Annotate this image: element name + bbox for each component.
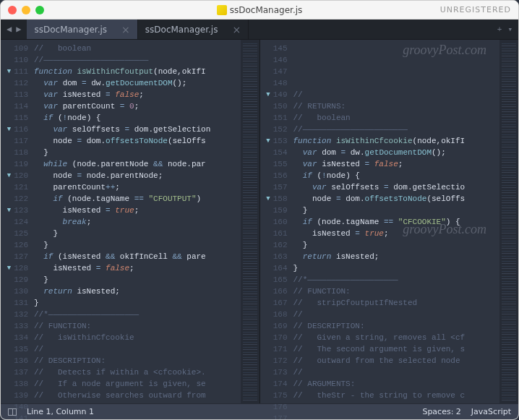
minimap-right[interactable] — [499, 40, 518, 403]
gutter-left[interactable]: 109110▼111112113114115▼116117118119▼1201… — [1, 40, 31, 403]
watermark: groovyPost.com — [403, 44, 486, 56]
tab-label: ssDocManager.js — [145, 25, 218, 35]
new-tab-icon[interactable]: + — [497, 25, 502, 34]
window-controls — [8, 6, 44, 14]
nav-back-icon[interactable]: ◀ — [5, 24, 13, 35]
tab-actions: + ▾ — [492, 20, 518, 39]
nav-forward-icon[interactable]: ▶ — [14, 24, 22, 35]
tabbar: ◀ ▶ ssDocManager.js × ssDocManager.js × … — [1, 20, 518, 40]
tab-close-icon[interactable]: × — [232, 24, 241, 35]
editor-split: 109110▼111112113114115▼116117118119▼1201… — [1, 40, 518, 403]
titlebar: ssDocManager.js UNREGISTERED — [1, 1, 518, 20]
language-mode[interactable]: JavaScript — [471, 407, 511, 416]
panel-layout-icon[interactable] — [8, 408, 17, 416]
tab-2[interactable]: ssDocManager.js × — [138, 20, 249, 39]
cursor-position[interactable]: Line 1, Column 1 — [27, 407, 94, 416]
minimize-icon[interactable] — [22, 6, 30, 14]
minimap-left[interactable] — [241, 40, 260, 403]
tab-1[interactable]: ssDocManager.js × — [27, 20, 137, 39]
code-right[interactable]: groovyPost.com groovyPost.com //// RETUR… — [291, 40, 500, 403]
file-type-icon — [217, 5, 227, 15]
code-left[interactable]: // boolean//——————————————————————functi… — [31, 40, 241, 403]
window-title: ssDocManager.js — [230, 5, 303, 15]
maximize-icon[interactable] — [35, 6, 44, 14]
tab-menu-icon[interactable]: ▾ — [507, 25, 512, 34]
editor-pane-left: 109110▼111112113114115▼116117118119▼1201… — [1, 40, 260, 403]
close-icon[interactable] — [8, 6, 17, 14]
tab-close-icon[interactable]: × — [121, 24, 130, 35]
editor-pane-right: 145146147148▼149150151152▼15315415515615… — [260, 40, 519, 403]
registration-status: UNREGISTERED — [440, 5, 511, 14]
nav-arrows: ◀ ▶ — [1, 20, 27, 39]
tab-label: ssDocManager.js — [34, 25, 107, 35]
indent-setting[interactable]: Spaces: 2 — [422, 407, 460, 416]
gutter-right[interactable]: 145146147148▼149150151152▼15315415515615… — [260, 40, 291, 403]
app-window: ssDocManager.js UNREGISTERED ◀ ▶ ssDocMa… — [0, 0, 519, 420]
